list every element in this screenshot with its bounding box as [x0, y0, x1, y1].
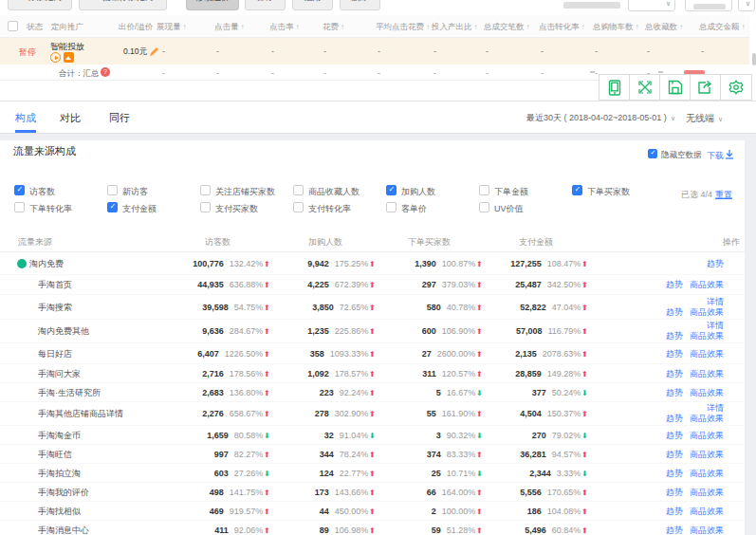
- share-icon[interactable]: [691, 75, 721, 100]
- sort-arrow-icon[interactable]: ↑: [474, 23, 478, 31]
- column-header[interactable]: 点击转化率↑: [539, 15, 585, 38]
- metric-cell: 311120.57%⬆: [422, 369, 483, 378]
- tab-compare[interactable]: 对比: [60, 102, 81, 133]
- detail-link[interactable]: 详情: [707, 297, 724, 306]
- column-header[interactable]: 点击量↑: [214, 15, 245, 38]
- product-effect-link[interactable]: 商品效果: [690, 387, 724, 397]
- sort-arrow-icon[interactable]: ↑: [679, 23, 683, 31]
- tab-composition[interactable]: 构成: [15, 102, 36, 133]
- sort-arrow-icon[interactable]: ↑: [183, 23, 187, 31]
- download-link[interactable]: 下载: [707, 150, 734, 162]
- delete-button[interactable]: 删除: [340, 0, 380, 10]
- checkbox[interactable]: [107, 185, 118, 195]
- product-effect-link[interactable]: 商品效果: [690, 307, 724, 317]
- trend-link[interactable]: 趋势: [666, 387, 683, 397]
- image-icon[interactable]: [64, 52, 74, 63]
- fullscreen-icon[interactable]: [630, 75, 660, 100]
- checkbox[interactable]: [200, 202, 211, 212]
- trend-link[interactable]: 趋势: [666, 348, 683, 358]
- checkbox[interactable]: [479, 202, 489, 212]
- pause-button[interactable]: 暂停: [245, 0, 286, 10]
- date-range-select[interactable]: 最近30天 ( 2018-04-02~2018-05-01 )∨: [526, 102, 675, 133]
- column-header[interactable]: 点击率↑: [269, 15, 300, 38]
- column-header[interactable]: 平均点击花费↑: [376, 15, 430, 38]
- trend-link[interactable]: 趋势: [666, 468, 683, 477]
- product-effect-link[interactable]: 商品效果: [690, 506, 724, 515]
- help-icon[interactable]: ?: [101, 67, 110, 77]
- save-icon[interactable]: [660, 75, 691, 100]
- toolbar-custom-button[interactable]: [685, 0, 732, 11]
- reset-link[interactable]: 重置: [715, 189, 732, 201]
- checkbox[interactable]: [14, 185, 25, 195]
- add-target-button[interactable]: ＋ 添加定向: [8, 0, 72, 10]
- checkbox[interactable]: [293, 185, 304, 195]
- tab-peers[interactable]: 同行: [109, 102, 130, 133]
- product-effect-link[interactable]: 商品效果: [690, 525, 724, 534]
- settings-icon[interactable]: [721, 75, 751, 100]
- section-title: 流量来源构成: [13, 144, 76, 158]
- select-all-checkbox[interactable]: [8, 21, 18, 31]
- trend-link[interactable]: 趋势: [666, 414, 683, 423]
- checkbox[interactable]: [386, 202, 396, 212]
- sort-arrow-icon[interactable]: ↑: [526, 23, 530, 31]
- product-effect-link[interactable]: 商品效果: [690, 414, 724, 423]
- checkbox[interactable]: [572, 185, 582, 195]
- sort-arrow-icon[interactable]: ↑: [581, 23, 585, 31]
- empty-value: -: [162, 68, 165, 78]
- metric-percent: 82.27%: [234, 450, 264, 459]
- trend-link[interactable]: 趋势: [666, 280, 683, 289]
- checkbox[interactable]: [107, 202, 118, 212]
- hide-empty-checkbox[interactable]: [648, 149, 657, 158]
- product-effect-link[interactable]: 商品效果: [690, 430, 724, 439]
- product-effect-link[interactable]: 商品效果: [690, 348, 724, 358]
- trend-link[interactable]: 趋势: [666, 331, 683, 341]
- edit-premium-button[interactable]: 修改溢价: [186, 0, 239, 10]
- sort-arrow-icon[interactable]: ↑: [341, 23, 344, 31]
- trend-link[interactable]: 趋势: [666, 449, 683, 458]
- scrollbar-thumb[interactable]: [752, 53, 756, 65]
- column-header[interactable]: 总成交笔数↑: [484, 15, 530, 38]
- product-effect-link[interactable]: 商品效果: [690, 368, 724, 378]
- channel-select[interactable]: 无线端∨: [686, 102, 723, 133]
- checkbox[interactable]: [14, 202, 25, 212]
- product-effect-link[interactable]: 商品效果: [690, 468, 724, 477]
- checkbox[interactable]: [479, 185, 489, 195]
- column-header[interactable]: 花费↑: [323, 15, 344, 38]
- checkbox[interactable]: [200, 185, 211, 195]
- empty-value: -: [541, 46, 544, 56]
- batch-add-target-button[interactable]: ＋ 批量添加定向: [79, 0, 167, 10]
- column-header[interactable]: 投入产出比↑: [432, 15, 478, 38]
- mobile-preview-icon[interactable]: [599, 75, 630, 100]
- trend-link[interactable]: 趋势: [666, 430, 683, 439]
- product-effect-link[interactable]: 商品效果: [690, 280, 724, 289]
- detail-link[interactable]: 详情: [707, 321, 724, 330]
- column-header[interactable]: 总收藏数↑: [645, 15, 683, 38]
- sort-arrow-icon[interactable]: ↑: [241, 23, 245, 31]
- detail-link[interactable]: 详情: [707, 403, 724, 413]
- trend-link[interactable]: 趋势: [666, 525, 683, 534]
- toolbar-select[interactable]: ∨: [628, 0, 675, 11]
- arrow-up-icon: ⬆: [369, 281, 376, 289]
- enable-button[interactable]: 启用: [292, 0, 333, 10]
- checkbox[interactable]: [386, 185, 396, 195]
- play-icon[interactable]: [50, 52, 61, 63]
- trend-link[interactable]: 趋势: [666, 368, 683, 378]
- sort-arrow-icon[interactable]: ↑: [426, 23, 430, 31]
- trend-link[interactable]: 趋势: [666, 487, 683, 496]
- toolbar-more-button[interactable]: ∨: [738, 0, 755, 11]
- sort-arrow-icon[interactable]: ↑: [636, 23, 639, 31]
- column-header[interactable]: 展现量↑: [157, 15, 187, 38]
- trend-link[interactable]: 趋势: [666, 307, 683, 317]
- trend-link[interactable]: 趋势: [707, 258, 724, 268]
- product-effect-link[interactable]: 商品效果: [690, 487, 724, 496]
- campaign-row[interactable]: 暂停 智能投放 0.10元 -----------: [0, 38, 749, 65]
- product-effect-link[interactable]: 商品效果: [690, 331, 724, 341]
- sort-arrow-icon[interactable]: ↑: [742, 23, 746, 31]
- trend-link[interactable]: 趋势: [666, 506, 683, 515]
- column-header[interactable]: 总购物车数↑: [593, 15, 639, 38]
- checkbox[interactable]: [293, 202, 304, 212]
- edit-bid-icon[interactable]: [149, 46, 158, 56]
- column-header[interactable]: 总成交金额↑: [699, 15, 746, 38]
- sort-arrow-icon[interactable]: ↑: [296, 23, 300, 31]
- product-effect-link[interactable]: 商品效果: [690, 449, 724, 458]
